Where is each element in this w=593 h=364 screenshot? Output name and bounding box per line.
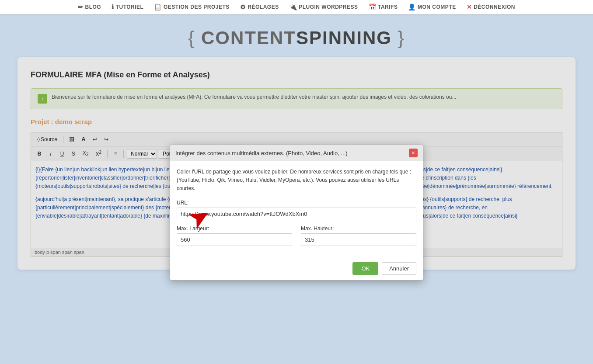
- top-navigation: ✏ BLOG ℹ TUTORIEL 📋 GESTION DES PROJETS …: [0, 0, 593, 14]
- nav-tarifs[interactable]: 📅 TARIFS: [369, 3, 398, 10]
- modal-header: Intégrer des contenus multimédia externe…: [170, 145, 423, 161]
- url-field: URL:: [177, 200, 416, 220]
- pencil-icon: ✏: [78, 3, 84, 10]
- nav-tutoriel[interactable]: ℹ TUTORIEL: [112, 3, 143, 10]
- height-label: Max. Hauteur:: [301, 225, 416, 232]
- plugin-icon: 🔌: [290, 3, 297, 10]
- clipboard-icon: 📋: [154, 3, 162, 10]
- gear-icon: ⚙: [240, 3, 246, 10]
- modal-close-button[interactable]: ×: [409, 149, 418, 157]
- close-icon: ✕: [467, 3, 472, 10]
- modal-footer: OK Annuler: [170, 258, 423, 280]
- info-icon: ℹ: [112, 3, 114, 10]
- height-field: Max. Hauteur:: [301, 225, 416, 246]
- ok-button[interactable]: OK: [352, 262, 378, 275]
- nav-plugin[interactable]: 🔌 PLUGIN WORDPRESS: [290, 3, 358, 10]
- height-input[interactable]: [301, 233, 416, 246]
- modal-title: Intégrer des contenus multimédia externe…: [175, 150, 348, 156]
- width-label: Max. Largeur:: [177, 225, 292, 232]
- modal-description: Coller l'URL de partage que vous voulez …: [177, 168, 416, 193]
- cancel-button[interactable]: Annuler: [382, 262, 416, 275]
- main-container: FORMULAIRE MFA (Mise en Forme et Analyse…: [17, 57, 576, 270]
- width-field: Max. Largeur:: [177, 225, 292, 246]
- url-input[interactable]: [177, 208, 416, 220]
- dimensions-row: Max. Largeur: Max. Hauteur:: [177, 225, 416, 246]
- nav-compte[interactable]: 👤 MON COMPTE: [408, 3, 456, 10]
- nav-blog[interactable]: ✏ BLOG: [78, 3, 101, 10]
- brand-title: { CONTENTSPINNING }: [9, 28, 584, 49]
- modal-dialog: Intégrer des contenus multimédia externe…: [170, 145, 423, 281]
- nav-reglages[interactable]: ⚙ RÉGLAGES: [240, 3, 279, 10]
- modal-body: Coller l'URL de partage que vous voulez …: [170, 161, 423, 258]
- nav-deconnexion[interactable]: ✕ DÉCONNEXION: [467, 3, 515, 10]
- brand-header: { CONTENTSPINNING }: [0, 14, 593, 57]
- calendar-icon: 📅: [369, 3, 377, 10]
- url-label: URL:: [177, 200, 416, 206]
- nav-gestion[interactable]: 📋 GESTION DES PROJETS: [154, 3, 229, 10]
- width-input[interactable]: [177, 233, 292, 246]
- user-icon: 👤: [408, 3, 416, 10]
